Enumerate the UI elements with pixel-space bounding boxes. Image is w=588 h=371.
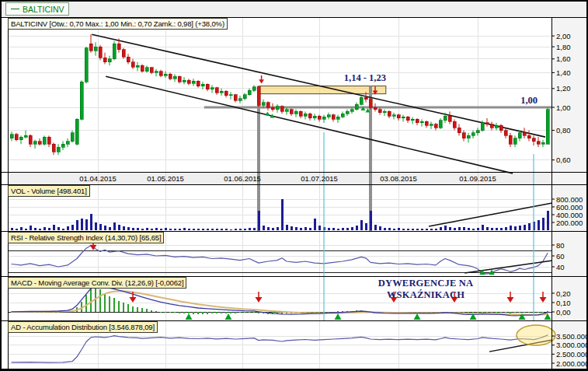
- macd-label[interactable]: MACD - Moving Average Conv. Div. (12,26,…: [8, 277, 186, 289]
- axis-tick-label: 0,20: [556, 289, 571, 298]
- axis-tick-label: 1,00: [556, 103, 571, 112]
- round-level-label: 1,00: [499, 95, 538, 107]
- axis-tick-label: 2,00: [556, 32, 571, 40]
- price-chart-panel[interactable]: [8, 17, 551, 172]
- axis-tick-label: 2.000.000: [556, 359, 588, 368]
- axis-tick-label: 0,10: [556, 299, 571, 307]
- series-legend-icon: [11, 9, 19, 9]
- divergence-note: DYWERGENCJE NA WSKAŹNIKACH: [339, 278, 513, 301]
- axis-tick-label: 1,80: [556, 43, 571, 51]
- axis-tick-label: 3.500.000: [556, 332, 588, 341]
- resistance-zone-label: 1,14 - 1,23: [304, 72, 386, 84]
- tab-label: BALTICINV: [23, 5, 64, 14]
- axis-tick-label: 1,40: [556, 68, 571, 77]
- rsi-label[interactable]: RSI - Relative Strength Index (14,30,70)…: [8, 232, 164, 243]
- axis-tick-label: 80: [556, 241, 565, 250]
- axis-tick-label: 0,80: [556, 126, 571, 135]
- axis-tick-label: 40: [556, 263, 565, 271]
- axis-tick-label: 0,60: [556, 156, 571, 164]
- axis-tick-label: 60: [556, 252, 565, 261]
- chart-window: 2,001,801,601,401,201,000,800,60800.0006…: [0, 0, 588, 371]
- axis-tick-label: 3.000.000: [556, 341, 588, 349]
- axis-tick-label: 0,00: [556, 308, 571, 317]
- tab-balticinv[interactable]: BALTICINV: [5, 2, 69, 16]
- time-axis[interactable]: [8, 172, 551, 184]
- axis-tick-label: 2.500.000: [556, 350, 588, 359]
- axis-tick-label: 1,20: [556, 84, 571, 93]
- tab-bar: BALTICINV: [0, 0, 588, 17]
- ad-label[interactable]: AD - Accumulation Distribution [3.546.87…: [8, 321, 158, 333]
- volume-label[interactable]: VOL - Volume [498.401]: [8, 185, 90, 197]
- axis-tick-label: 1,60: [556, 54, 571, 63]
- axis-tick-label: 200.000: [556, 219, 583, 227]
- price-chart-label[interactable]: BALTICINV [Otw.: 0,70 Max.: 1,00 Min.: 0…: [8, 18, 228, 30]
